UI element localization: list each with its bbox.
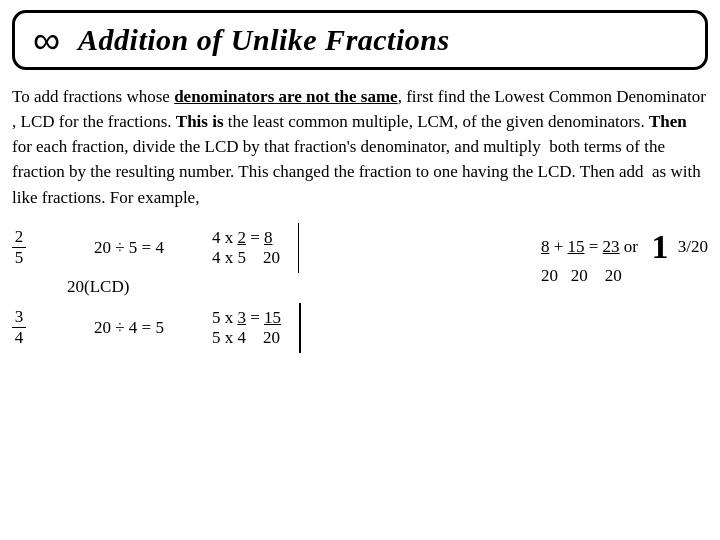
mult-bot-2: 5 x 4 20: [212, 328, 281, 348]
numerator-3: 3: [12, 307, 26, 328]
infinity-icon: ∞: [33, 21, 60, 59]
multiplication-result-2: 5 x 3 = 15 5 x 4 20: [212, 308, 281, 348]
answer-fraction: 3/20: [674, 237, 708, 257]
vertical-separator-1: [298, 223, 300, 273]
main-paragraph: To add fractions whose denominators are …: [12, 84, 708, 210]
answer-denom-line: 20 20 20: [541, 266, 622, 286]
denoms: 20 20 20: [541, 266, 622, 286]
examples-grid: 2 5 20 ÷ 5 = 4 4 x 2 = 8 4 x 5 20 20(LCD…: [12, 220, 708, 356]
mult-top-2: 5 x 3 = 15: [212, 308, 281, 328]
right-answer: 8 + 15 = 23 or 1 3/20 20 20 20: [541, 230, 708, 286]
page: ∞ Addition of Unlike Fractions To add fr…: [0, 0, 720, 540]
header-box: ∞ Addition of Unlike Fractions: [12, 10, 708, 70]
vertical-separator-2: [299, 303, 301, 353]
denominator-5: 5: [12, 248, 26, 268]
mult-top-1: 4 x 2 = 8: [212, 228, 280, 248]
fraction-3-4: 3 4: [12, 307, 26, 348]
division-equation-1: 20 ÷ 5 = 4: [94, 238, 164, 258]
division-equation-2: 20 ÷ 4 = 5: [94, 318, 164, 338]
example-row-1: 2 5 20 ÷ 5 = 4 4 x 2 = 8 4 x 5 20: [12, 223, 511, 273]
example-row-2: 3 4 20 ÷ 4 = 5 5 x 3 = 15 5 x 4 20: [12, 303, 511, 353]
page-title: Addition of Unlike Fractions: [78, 23, 450, 57]
mult-bot-1: 4 x 5 20: [212, 248, 280, 268]
numerator-2: 2: [12, 227, 26, 248]
lcd-label: 20(LCD): [67, 277, 511, 297]
answer-sum-line: 8 + 15 = 23 or 1 3/20: [541, 230, 708, 264]
answer-8: 8 + 15 = 23 or: [541, 237, 638, 257]
denominator-4: 4: [12, 328, 26, 348]
multiplication-result-1: 4 x 2 = 8 4 x 5 20: [212, 228, 280, 268]
answer-whole: 1: [643, 230, 669, 264]
left-examples: 2 5 20 ÷ 5 = 4 4 x 2 = 8 4 x 5 20 20(LCD…: [12, 220, 511, 356]
fraction-2-5: 2 5: [12, 227, 26, 268]
